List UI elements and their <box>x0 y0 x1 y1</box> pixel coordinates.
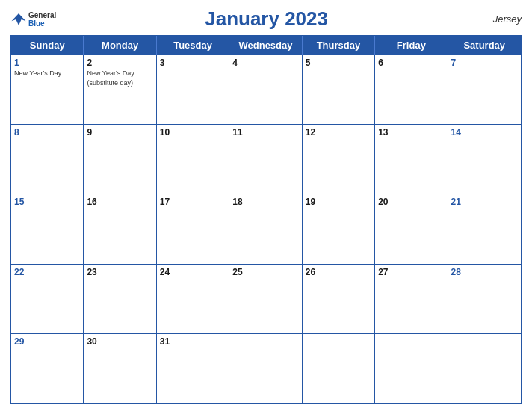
calendar-cell: 13 <box>375 125 448 194</box>
weeks-container: 1New Year's Day2New Year's Day(substitut… <box>11 55 521 403</box>
cell-date: 23 <box>87 267 152 277</box>
calendar-cell: 24 <box>157 265 229 333</box>
week-row-5: 293031 <box>11 333 521 403</box>
cell-date: 1 <box>14 58 80 68</box>
week-row-2: 891011121314 <box>11 124 521 194</box>
cell-date: 6 <box>378 58 444 68</box>
cell-date: 9 <box>87 127 152 137</box>
calendar-cell: 28 <box>448 265 521 333</box>
logo-general: General <box>28 11 56 19</box>
logo-blue-text: Blue <box>28 19 56 28</box>
calendar-cell: 19 <box>303 194 375 263</box>
day-header-sunday: Sunday <box>11 36 84 55</box>
calendar-cell: 16 <box>84 194 156 263</box>
calendar-cell: 26 <box>303 265 375 333</box>
calendar-cell <box>375 334 448 403</box>
calendar-cell: 14 <box>448 125 521 194</box>
calendar-cell <box>303 334 375 403</box>
calendar: SundayMondayTuesdayWednesdayThursdayFrid… <box>10 35 522 404</box>
cell-date: 20 <box>378 197 444 207</box>
logo-text: General Blue <box>28 11 56 28</box>
week-row-3: 15161718192021 <box>11 194 521 263</box>
cell-date: 26 <box>306 267 371 277</box>
calendar-cell: 2New Year's Day(substitute day) <box>84 55 156 124</box>
calendar-cell: 22 <box>11 265 84 333</box>
region-label: Jersey <box>477 13 522 25</box>
cell-date: 30 <box>87 336 152 347</box>
logo-icon <box>10 11 27 28</box>
page: General Blue January 2023 Jersey SundayM… <box>0 0 532 411</box>
cell-event: (substitute day) <box>87 79 152 87</box>
calendar-cell: 6 <box>375 55 448 124</box>
cell-date: 16 <box>87 197 152 207</box>
day-header-friday: Friday <box>375 36 448 55</box>
calendar-cell: 27 <box>375 265 448 333</box>
cell-date: 14 <box>451 127 518 137</box>
cell-date: 13 <box>378 127 444 137</box>
cell-event: New Year's Day <box>87 69 152 78</box>
calendar-cell: 21 <box>448 194 521 263</box>
calendar-cell <box>229 334 302 403</box>
calendar-cell: 1New Year's Day <box>11 55 84 124</box>
week-row-4: 22232425262728 <box>11 264 521 333</box>
day-headers-row: SundayMondayTuesdayWednesdayThursdayFrid… <box>11 36 521 55</box>
cell-date: 11 <box>232 127 298 137</box>
calendar-cell: 17 <box>157 194 229 263</box>
cell-date: 24 <box>160 267 226 277</box>
cell-date: 31 <box>160 336 226 347</box>
calendar-cell: 8 <box>11 125 84 194</box>
logo: General Blue <box>10 11 56 28</box>
calendar-cell: 3 <box>157 55 229 124</box>
calendar-cell: 31 <box>157 334 229 403</box>
cell-date: 12 <box>306 127 371 137</box>
day-header-tuesday: Tuesday <box>157 36 229 55</box>
cell-date: 5 <box>306 58 371 68</box>
week-row-1: 1New Year's Day2New Year's Day(substitut… <box>11 55 521 124</box>
day-header-thursday: Thursday <box>303 36 375 55</box>
cell-date: 8 <box>14 127 80 137</box>
calendar-cell: 29 <box>11 334 84 403</box>
calendar-cell: 7 <box>448 55 521 124</box>
calendar-cell: 23 <box>84 265 156 333</box>
calendar-cell: 10 <box>157 125 229 194</box>
cell-date: 18 <box>232 197 298 207</box>
calendar-cell: 20 <box>375 194 448 263</box>
calendar-cell: 12 <box>303 125 375 194</box>
cell-date: 22 <box>14 267 80 277</box>
cell-date: 27 <box>378 267 444 277</box>
cell-date: 17 <box>160 197 226 207</box>
cell-event: New Year's Day <box>14 69 80 78</box>
cell-date: 2 <box>87 58 152 68</box>
cell-date: 29 <box>14 336 80 347</box>
day-header-wednesday: Wednesday <box>229 36 302 55</box>
calendar-cell: 30 <box>84 334 156 403</box>
calendar-cell: 4 <box>229 55 302 124</box>
calendar-cell: 5 <box>303 55 375 124</box>
cell-date: 10 <box>160 127 226 137</box>
cell-date: 4 <box>232 58 298 68</box>
calendar-cell: 9 <box>84 125 156 194</box>
svg-marker-0 <box>11 13 25 25</box>
cell-date: 15 <box>14 197 80 207</box>
header: General Blue January 2023 Jersey <box>10 7 522 31</box>
cell-date: 28 <box>451 267 518 277</box>
cell-date: 21 <box>451 197 518 207</box>
calendar-cell: 25 <box>229 265 302 333</box>
calendar-cell: 15 <box>11 194 84 263</box>
calendar-title: January 2023 <box>56 7 477 31</box>
calendar-cell <box>448 334 521 403</box>
day-header-saturday: Saturday <box>448 36 521 55</box>
day-header-monday: Monday <box>84 36 156 55</box>
cell-date: 25 <box>232 267 298 277</box>
cell-date: 19 <box>306 197 371 207</box>
cell-date: 7 <box>451 58 518 68</box>
cell-date: 3 <box>160 58 226 68</box>
calendar-cell: 11 <box>229 125 302 194</box>
calendar-cell: 18 <box>229 194 302 263</box>
